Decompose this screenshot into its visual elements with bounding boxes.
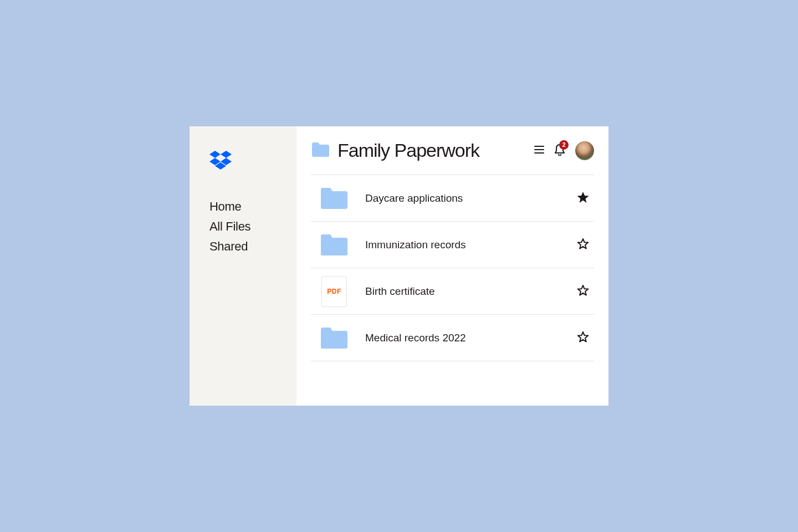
star-button[interactable] [574,235,592,255]
star-filled-icon [576,191,590,204]
avatar[interactable] [575,141,594,160]
star-button[interactable] [574,188,592,208]
star-button[interactable] [574,282,592,301]
svg-marker-0 [209,151,221,158]
star-button[interactable] [574,328,592,348]
star-outline-icon [576,237,590,250]
notification-badge: 2 [559,140,569,150]
main-panel: Family Paperwork 2 Daycare applications [296,126,608,406]
list-item[interactable]: Daycare applications [311,175,594,222]
svg-marker-1 [221,151,232,158]
dropbox-logo[interactable] [209,151,296,172]
folder-icon [311,142,330,160]
list-item[interactable]: Medical records 2022 [311,315,594,361]
folder-icon [320,233,349,257]
app-window: Home All Files Shared Family Paperwork 2 [190,126,608,406]
sidebar-item-all-files[interactable]: All Files [209,219,296,234]
page-title: Family Paperwork [337,140,526,161]
list-item[interactable]: PDF Birth certificate [311,268,594,315]
menu-icon[interactable] [534,145,544,156]
item-name: Medical records 2022 [365,332,557,344]
item-name: Daycare applications [365,192,557,204]
sidebar-nav: Home All Files Shared [209,200,296,254]
star-outline-icon [576,330,590,344]
file-list: Daycare applications Immunization record… [311,175,594,361]
sidebar: Home All Files Shared [190,126,296,406]
notifications-button[interactable]: 2 [554,144,565,158]
sidebar-item-home[interactable]: Home [209,200,296,214]
header-actions: 2 [534,141,594,160]
folder-icon [320,326,349,350]
sidebar-item-shared[interactable]: Shared [209,239,296,254]
folder-icon [320,187,349,210]
dropbox-icon [209,151,232,170]
header: Family Paperwork 2 [311,140,594,175]
item-name: Immunization records [365,239,557,251]
item-name: Birth certificate [365,285,557,298]
star-outline-icon [576,284,590,297]
list-item[interactable]: Immunization records [311,222,594,268]
pdf-file-icon: PDF [320,276,349,307]
